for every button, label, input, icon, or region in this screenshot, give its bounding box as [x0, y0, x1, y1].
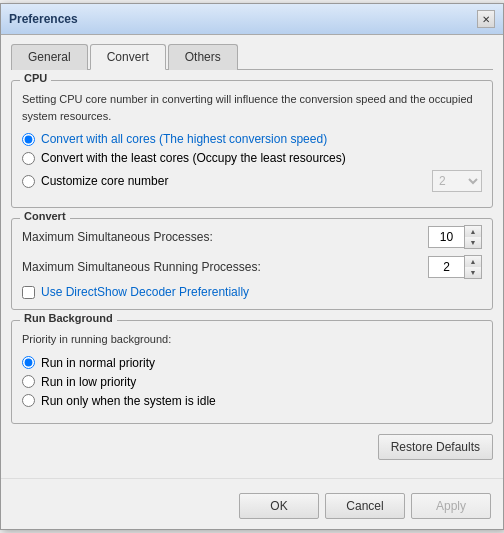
cpu-radio-all-cores[interactable] [22, 133, 35, 146]
cpu-label-least-cores: Convert with the least cores (Occupy the… [41, 151, 346, 165]
window-title: Preferences [9, 12, 78, 26]
tab-others[interactable]: Others [168, 44, 238, 70]
priority-label-idle: Run only when the system is idle [41, 394, 216, 408]
runbg-group-label: Run Background [20, 312, 117, 324]
cpu-group-label: CPU [20, 72, 51, 84]
title-bar-controls: ✕ [477, 10, 495, 28]
priority-label-normal: Run in normal priority [41, 356, 155, 370]
priority-radio-idle[interactable] [22, 394, 35, 407]
directshow-checkbox[interactable] [22, 286, 35, 299]
tab-bar: General Convert Others [11, 43, 493, 70]
cpu-core-number-dropdown[interactable]: 2 4 8 [432, 170, 482, 192]
max-simultaneous-label: Maximum Simultaneous Processes: [22, 230, 428, 244]
cpu-label-customize: Customize core number [41, 174, 432, 188]
runbg-low[interactable]: Run in low priority [22, 375, 482, 389]
priority-radio-low[interactable] [22, 375, 35, 388]
preferences-window: Preferences ✕ General Convert Others CPU… [0, 3, 504, 530]
restore-defaults-button[interactable]: Restore Defaults [378, 434, 493, 460]
max-running-up[interactable]: ▲ [465, 256, 481, 267]
max-running-spinbox: 2 ▲ ▼ [428, 255, 482, 279]
bottom-bar: OK Cancel Apply [1, 478, 503, 529]
cpu-radio-least-cores[interactable] [22, 152, 35, 165]
ok-button[interactable]: OK [239, 493, 319, 519]
max-simultaneous-row: Maximum Simultaneous Processes: 10 ▲ ▼ [22, 225, 482, 249]
runbg-group: Run Background Priority in running backg… [11, 320, 493, 424]
apply-button[interactable]: Apply [411, 493, 491, 519]
tab-convert[interactable]: Convert [90, 44, 166, 70]
cpu-group-description: Setting CPU core number in converting wi… [22, 91, 482, 124]
close-button[interactable]: ✕ [477, 10, 495, 28]
convert-group: Convert Maximum Simultaneous Processes: … [11, 218, 493, 310]
max-simultaneous-up[interactable]: ▲ [465, 226, 481, 237]
max-simultaneous-spinbox: 10 ▲ ▼ [428, 225, 482, 249]
cpu-label-all-cores: Convert with all cores (The highest conv… [41, 132, 327, 146]
footer-buttons: OK Cancel Apply [239, 493, 493, 519]
max-running-input[interactable]: 2 [428, 256, 464, 278]
convert-group-label: Convert [20, 210, 70, 222]
max-running-spin-buttons: ▲ ▼ [464, 255, 482, 279]
main-content: General Convert Others CPU Setting CPU c… [1, 35, 503, 478]
runbg-description: Priority in running background: [22, 331, 482, 348]
max-running-row: Maximum Simultaneous Running Processes: … [22, 255, 482, 279]
max-running-label: Maximum Simultaneous Running Processes: [22, 260, 428, 274]
title-bar: Preferences ✕ [1, 4, 503, 35]
cpu-group: CPU Setting CPU core number in convertin… [11, 80, 493, 208]
tab-general[interactable]: General [11, 44, 88, 70]
cpu-radio-customize[interactable] [22, 175, 35, 188]
runbg-idle[interactable]: Run only when the system is idle [22, 394, 482, 408]
max-running-down[interactable]: ▼ [465, 267, 481, 278]
cpu-option-least-cores[interactable]: Convert with the least cores (Occupy the… [22, 151, 482, 165]
cancel-button[interactable]: Cancel [325, 493, 405, 519]
max-simultaneous-input[interactable]: 10 [428, 226, 464, 248]
priority-radio-normal[interactable] [22, 356, 35, 369]
directshow-row[interactable]: Use DirectShow Decoder Preferentially [22, 285, 482, 299]
cpu-option-all-cores[interactable]: Convert with all cores (The highest conv… [22, 132, 482, 146]
priority-label-low: Run in low priority [41, 375, 136, 389]
max-simultaneous-down[interactable]: ▼ [465, 237, 481, 248]
directshow-label: Use DirectShow Decoder Preferentially [41, 285, 249, 299]
cpu-option-customize: Customize core number 2 4 8 [22, 170, 482, 192]
max-simultaneous-spin-buttons: ▲ ▼ [464, 225, 482, 249]
runbg-normal[interactable]: Run in normal priority [22, 356, 482, 370]
